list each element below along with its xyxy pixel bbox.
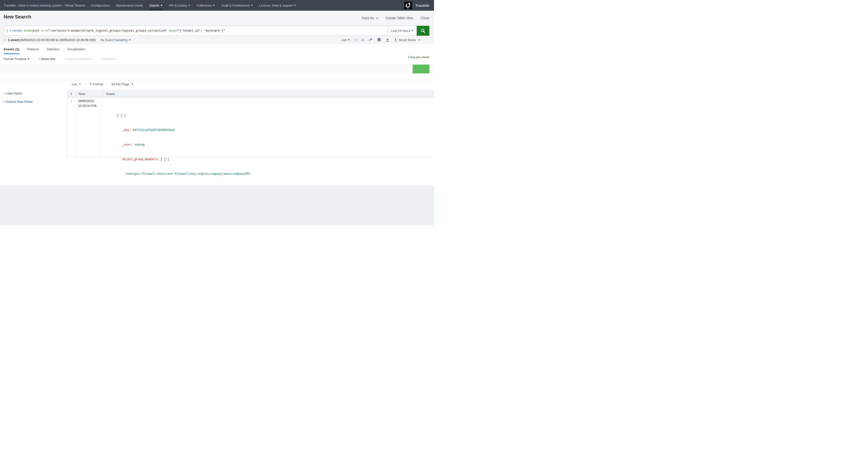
- nav-item-label: License, Help & support: [259, 4, 293, 7]
- time-range-picker[interactable]: Last 24 hours: [388, 26, 417, 36]
- event-json-line: _user: nobody: [103, 138, 432, 142]
- caret-down-icon: [188, 5, 190, 6]
- event-json-line: object_group_members: [ [-]: [103, 152, 432, 157]
- query-token: |: [6, 29, 10, 33]
- event-sampling-label: No Event Sampling: [100, 38, 127, 42]
- timeline-scale-label: 1 hour per column: [408, 56, 429, 59]
- hide-fields-button[interactable]: ‹Hide Fields: [4, 91, 22, 95]
- collapse-json-link[interactable]: [-]: [164, 158, 169, 161]
- job-menu-label: Job: [341, 38, 347, 42]
- nav-item-api-tooling[interactable]: API & tooling: [166, 0, 193, 11]
- search-mode-label: Smart Mode: [399, 38, 416, 42]
- query-token: ="{'tenant_id': 'mytenant'}": [176, 29, 225, 33]
- print-button[interactable]: [377, 38, 381, 42]
- nav-item-audit-troubleshoot[interactable]: Audit & troubleshoot: [218, 0, 256, 11]
- check-icon: ✓: [4, 38, 6, 42]
- nav-item-label: Search: [149, 4, 159, 7]
- collapse-json-link[interactable]: [-]: [120, 114, 126, 117]
- zoom-out-label: Zoom Out: [41, 57, 55, 61]
- share-icon: [368, 38, 373, 42]
- tab-events[interactable]: Events (1): [4, 44, 20, 54]
- event-timeline-chart[interactable]: [0, 64, 434, 74]
- json-colon: :: [131, 143, 134, 147]
- deselect-button[interactable]: ×Deselect: [101, 57, 116, 61]
- create-table-view-button[interactable]: Create Table View: [386, 16, 413, 20]
- search-button[interactable]: [417, 26, 429, 36]
- format-timeline-dropdown[interactable]: Format Timeline: [4, 57, 29, 61]
- stop-icon: [361, 38, 364, 41]
- download-icon: [385, 38, 390, 42]
- app-title-link[interactable]: TrackMe - Data in motion tracking system…: [4, 4, 85, 7]
- tab-patterns[interactable]: Patterns: [27, 44, 39, 54]
- save-as-button[interactable]: Save As: [362, 16, 378, 20]
- zoom-to-selection-label: Zoom to Selection: [66, 57, 92, 61]
- nav-item-license-help-support[interactable]: License, Help & support: [256, 0, 299, 11]
- extract-new-fields-link[interactable]: +Extract New Fields: [3, 100, 33, 103]
- query-token: ="/services/trackme/v2/splk_logical_grou…: [46, 29, 169, 33]
- pause-button[interactable]: [354, 38, 357, 41]
- nav-item-label: Audit & troubleshoot: [221, 4, 250, 7]
- close-button[interactable]: Close: [421, 16, 429, 20]
- tab-visualization[interactable]: Visualization: [67, 44, 86, 54]
- pause-icon: [354, 38, 355, 41]
- query-token-command: trackme: [10, 29, 22, 33]
- events-table: i Time Event › 29/05/2023 10:35:10.076 {…: [67, 88, 434, 157]
- query-token: [22, 29, 24, 33]
- top-nav-bar: TrackMe - Data in motion tracking system…: [0, 0, 434, 11]
- share-button[interactable]: [368, 38, 373, 42]
- search-header-band: New Search Save As Create Table View Clo…: [0, 11, 434, 44]
- trackme-logo[interactable]: [404, 1, 412, 9]
- query-token-param: body: [169, 29, 176, 33]
- nav-item-maintenance-mode[interactable]: Maintenance mode: [113, 0, 146, 11]
- caret-down-icon: [411, 30, 413, 31]
- save-as-label: Save As: [362, 16, 374, 20]
- nav-item-configuration[interactable]: Configuration: [88, 0, 113, 11]
- query-token-param: mode: [24, 29, 31, 33]
- caret-down-icon: [27, 58, 29, 60]
- caret-down-icon: [131, 84, 133, 85]
- json-brace: {: [117, 114, 120, 117]
- nav-item-label: API & tooling: [169, 4, 187, 7]
- search-mode-selector[interactable]: Smart Mode: [394, 38, 420, 42]
- search-icon: [421, 28, 426, 33]
- extract-new-fields-label: Extract New Fields: [6, 100, 33, 103]
- job-menu[interactable]: Job: [341, 38, 350, 42]
- zoom-out-button[interactable]: −Zoom Out: [38, 57, 55, 61]
- zoom-to-selection-button[interactable]: +Zoom to Selection: [64, 57, 92, 61]
- page-title: New Search: [4, 14, 31, 20]
- list-view-dropdown[interactable]: List: [72, 82, 81, 86]
- nav-item-label: Collections: [196, 4, 212, 7]
- event-sampling-dropdown[interactable]: No Event Sampling: [100, 38, 130, 42]
- json-colon: :: [129, 128, 132, 132]
- search-query-input[interactable]: | trackme mode =post url ="/services/tra…: [3, 26, 388, 36]
- plus-icon: +: [64, 57, 66, 61]
- per-page-dropdown[interactable]: 50 Per Page: [112, 82, 133, 86]
- stop-button[interactable]: [361, 38, 364, 41]
- json-key: _key: [122, 128, 129, 132]
- json-value: nobody: [134, 143, 145, 147]
- format-results-button[interactable]: ✎ Format: [89, 82, 103, 86]
- json-array-value: eventgen-firewall:netscreen:firewall|key…: [126, 172, 250, 176]
- export-button[interactable]: [385, 38, 390, 42]
- event-time: 10:35:10.076: [78, 103, 100, 109]
- column-header-info: i: [67, 90, 75, 97]
- nav-item-collections[interactable]: Collections: [193, 0, 218, 11]
- json-key: _user: [122, 143, 131, 147]
- caret-down-icon: [294, 5, 296, 6]
- brand-name: TrackMe: [415, 3, 429, 7]
- query-token-param: url: [41, 29, 46, 33]
- query-token: =post: [31, 29, 41, 33]
- format-timeline-label: Format Timeline: [4, 57, 26, 61]
- fields-sidebar: ‹Hide Fields +Extract New Fields: [0, 88, 67, 157]
- expand-event-button[interactable]: ›: [67, 99, 75, 103]
- timeline-event-bar[interactable]: [413, 65, 429, 73]
- header-actions: Save As Create Table View Close: [362, 16, 429, 20]
- nav-item-search[interactable]: Search: [146, 0, 165, 11]
- tab-statistics[interactable]: Statistics: [46, 44, 60, 54]
- plus-icon: +: [3, 100, 5, 103]
- events-table-header: i Time Event: [67, 90, 434, 97]
- timeline-toolbar: Format Timeline −Zoom Out +Zoom to Selec…: [4, 57, 116, 61]
- per-page-label: 50 Per Page: [112, 82, 129, 86]
- chevron-left-icon: ‹: [4, 91, 5, 95]
- caret-down-icon: [251, 5, 253, 6]
